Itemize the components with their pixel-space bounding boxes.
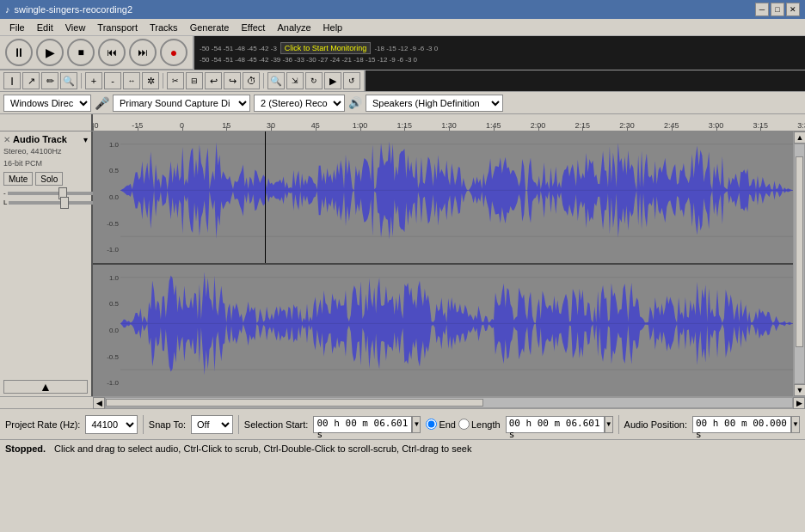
waveform-svg-channel-top[interactable]: [120, 131, 793, 249]
v-scroll-up-button[interactable]: ▲: [794, 131, 805, 144]
window-title: swingle-singers-reocording2: [15, 4, 133, 15]
app-icon: ♪: [5, 4, 10, 15]
output-device-select[interactable]: Speakers (High Definition: [366, 95, 503, 112]
end-length-radio: End Length: [426, 419, 500, 430]
waveform-container[interactable]: 1.0 0.5 0.0 -0.5 -1.0 1.0 0.5 0.0 -0.5: [93, 131, 793, 396]
menu-effect[interactable]: Effect: [236, 21, 272, 34]
menu-analyze[interactable]: Analyze: [271, 21, 316, 34]
end-time-display[interactable]: 00 h 00 m 06.601 s: [506, 416, 605, 433]
vu-scale-top-right: -18 -15 -12 -9 -6 -3 0: [374, 45, 438, 52]
menu-help[interactable]: Help: [317, 21, 349, 34]
snap-to-label: Snap To:: [149, 419, 186, 430]
input-device-select[interactable]: Primary Sound Capture Di: [113, 95, 250, 112]
ruler-tick-mark-1: [138, 126, 138, 131]
h-scroll-left-button[interactable]: ◀: [93, 397, 105, 409]
close-button[interactable]: ✕: [786, 3, 800, 16]
zoom-out-button[interactable]: -: [104, 72, 121, 89]
vertical-scrollbar[interactable]: ▲ ▼: [793, 131, 805, 396]
record-button[interactable]: ●: [160, 39, 187, 66]
track-meta-line1: Stereo, 44100Hz: [3, 146, 88, 158]
y-axis-bottom: 1.0 0.5 0.0 -0.5 -1.0: [93, 265, 120, 396]
undo-button[interactable]: ↩: [205, 72, 222, 89]
play-button[interactable]: ▶: [36, 39, 64, 66]
ruler-tick-mark-12: [627, 126, 628, 131]
selection-start-time[interactable]: 00 h 00 m 06.601 s: [313, 416, 412, 433]
selection-start-dropdown[interactable]: ▼: [412, 416, 421, 433]
skip-forward-button[interactable]: ⏭: [129, 39, 157, 66]
h-scroll-thumb[interactable]: [106, 399, 483, 407]
snap-select[interactable]: Off: [191, 415, 233, 434]
end-time-dropdown[interactable]: ▼: [605, 416, 613, 433]
solo-button[interactable]: Solo: [35, 172, 63, 186]
skip-back-button[interactable]: ⏮: [98, 39, 126, 66]
v-scroll-down-button[interactable]: ▼: [794, 384, 805, 396]
menu-tracks[interactable]: Tracks: [144, 21, 184, 34]
timeline-ruler: -30-1501530451:001:151:301:452:002:152:3…: [0, 114, 805, 131]
loop-button[interactable]: ↻: [305, 72, 323, 89]
track-close-button[interactable]: ✕: [3, 135, 10, 144]
fit-button[interactable]: ↔: [123, 72, 140, 89]
length-radio-label[interactable]: Length: [458, 419, 501, 430]
vu-monitor-button[interactable]: Click to Start Monitoring: [280, 42, 372, 54]
device-selector-row: Windows Direc 🎤 Primary Sound Capture Di…: [0, 92, 805, 114]
ruler-tick-mark-0: [93, 126, 94, 131]
envelope-tool-button[interactable]: ↗: [22, 72, 40, 89]
bottom-sep1: [143, 415, 144, 434]
menu-view[interactable]: View: [59, 21, 92, 34]
ruler-tick-mark-6: [360, 126, 361, 131]
search-button[interactable]: 🔍: [267, 72, 285, 89]
project-rate-select[interactable]: 44100: [85, 415, 137, 434]
ruler-tick-mark-3: [226, 126, 227, 131]
toolbar-area: ⏸ ▶ ■ ⏮ ⏭ ● -50 -54 -51 -48 -45 -42 -3 C…: [0, 36, 805, 114]
selection-tool-button[interactable]: I: [3, 72, 21, 89]
length-radio[interactable]: [458, 419, 470, 430]
v-scroll-thumb[interactable]: [796, 156, 803, 347]
driver-select[interactable]: Windows Direc: [3, 95, 91, 112]
multi-tool-button[interactable]: ✲: [142, 72, 159, 89]
play-btn2[interactable]: ▶: [324, 72, 341, 89]
speaker-icon: 🔊: [348, 96, 362, 109]
h-scrollbar[interactable]: ◀ ▶: [93, 397, 805, 408]
ruler-tick-mark-5: [316, 126, 316, 131]
maximize-button[interactable]: □: [771, 3, 784, 16]
waveform-channel-bottom[interactable]: 1.0 0.5 0.0 -0.5 -1.0: [93, 265, 793, 396]
sync-button[interactable]: ⏱: [243, 72, 260, 89]
menu-generate[interactable]: Generate: [184, 21, 236, 34]
minimize-button[interactable]: ─: [755, 3, 769, 16]
bottom-bar: Project Rate (Hz): 44100 Snap To: Off Se…: [0, 408, 805, 439]
track-collapse-button[interactable]: ▲: [3, 380, 88, 394]
v-scroll-track[interactable]: [794, 144, 805, 384]
channel-select[interactable]: 2 (Stereo) Reco: [254, 95, 345, 112]
menu-edit[interactable]: Edit: [31, 21, 59, 34]
audio-position-dropdown[interactable]: ▼: [791, 416, 800, 433]
zoom-in-button[interactable]: +: [85, 72, 102, 89]
waveform-svg-channel-bottom[interactable]: [120, 265, 793, 382]
h-scroll-right-button[interactable]: ▶: [793, 397, 805, 409]
end-radio[interactable]: [426, 419, 437, 430]
end-time-input-group: 00 h 00 m 06.601 s ▼: [506, 416, 613, 433]
vu-scale-bottom: -50 -54 -51 -48 -45 -42 -39 -36 -33 -30 …: [200, 56, 417, 64]
track-header-top: ✕ Audio Track ▾ Stereo, 44100Hz 16-bit P…: [0, 131, 91, 210]
tools-separator2: [163, 73, 163, 89]
menu-transport[interactable]: Transport: [91, 21, 144, 34]
draw-tool-button[interactable]: ✏: [41, 72, 58, 89]
silence-button[interactable]: ⊟: [186, 72, 203, 89]
ruler-tick-mark-10: [538, 126, 539, 131]
zoom-sel-button[interactable]: ⇲: [286, 72, 304, 89]
audio-position-display[interactable]: 00 h 00 m 00.000 s: [692, 416, 791, 433]
end-radio-label[interactable]: End: [426, 419, 456, 430]
loop-play-button[interactable]: ↺: [343, 72, 360, 89]
redo-button[interactable]: ↪: [224, 72, 241, 89]
stop-button[interactable]: ■: [67, 39, 95, 66]
pause-button[interactable]: ⏸: [5, 39, 33, 66]
h-scroll-track[interactable]: [105, 397, 793, 408]
track-dropdown-button[interactable]: ▾: [83, 135, 88, 144]
title-bar-left: ♪ swingle-singers-reocording2: [5, 4, 132, 15]
menu-file[interactable]: File: [3, 21, 31, 34]
trim-button[interactable]: ✂: [167, 72, 184, 89]
waveform-channel-top[interactable]: 1.0 0.5 0.0 -0.5 -1.0: [93, 131, 793, 265]
ruler-tick-16: 3:30: [797, 121, 805, 130]
mute-button[interactable]: Mute: [3, 172, 33, 186]
bottom-sep2: [238, 415, 239, 434]
zoom-tool-button[interactable]: 🔍: [60, 72, 77, 89]
